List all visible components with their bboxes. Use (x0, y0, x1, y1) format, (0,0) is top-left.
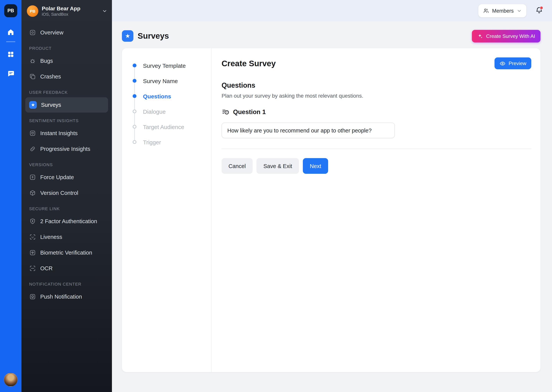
sidebar-item-biometric-verification[interactable]: Biometric Verification (25, 245, 108, 260)
arrow-up-square-icon (29, 174, 36, 181)
surveys-page-icon: ★ (122, 30, 133, 42)
section-label-notification-center: NOTIFICATION CENTER (29, 282, 104, 286)
stepper: Survey Template Survey Name Questions Di… (133, 58, 211, 150)
preview-button[interactable]: Preview (494, 57, 531, 69)
svg-text:?: ? (226, 111, 227, 114)
section-label-versions: VERSIONS (29, 162, 104, 167)
cancel-button[interactable]: Cancel (222, 158, 253, 174)
chat-button[interactable] (4, 68, 17, 79)
members-label: Members (492, 8, 514, 14)
main-content: ★ Surveys Create Survey With AI Survey T… (112, 21, 552, 392)
bell-square-icon (29, 293, 36, 300)
section-label-user-feedback: USER FEEDBACK (29, 90, 104, 95)
app-icon: PB (27, 5, 38, 17)
crashes-icon (29, 73, 36, 80)
question-text-input[interactable] (222, 123, 395, 138)
surveys-star-icon: ★ (29, 101, 37, 109)
topbar: Members (112, 0, 552, 21)
chevron-down-icon (102, 8, 107, 14)
apps-grid-icon (7, 51, 14, 58)
user-avatar[interactable] (4, 373, 18, 387)
section-label-sentiment-insights: SENTIMENT INSIGHTS (29, 118, 104, 123)
form-pane: Create Survey Preview Questions Plan out… (212, 48, 540, 372)
sidebar-item-crashes[interactable]: Crashes (25, 69, 108, 84)
preview-label: Preview (509, 61, 527, 66)
sidebar-item-instant-insights[interactable]: Instant Insights (25, 126, 108, 141)
step-target-audience[interactable]: Target Audience (133, 119, 211, 134)
section-label-product: PRODUCT (29, 46, 104, 50)
save-exit-button[interactable]: Save & Exit (256, 158, 299, 174)
question-row: ? Question 1 (222, 108, 531, 116)
chevron-down-icon (517, 8, 522, 13)
workspace-logo[interactable]: PB (4, 4, 17, 17)
question-list-icon: ? (222, 108, 230, 116)
form-title: Create Survey (222, 59, 276, 68)
link-icon (29, 146, 36, 152)
step-dot-filled (133, 63, 137, 67)
fingerprint-icon (29, 249, 36, 256)
form-actions: Cancel Save & Exit Next (222, 158, 531, 174)
sidebar-nav: Overview PRODUCT Bugs Crashes USER FEEDB… (22, 22, 112, 304)
cube-icon (29, 189, 36, 196)
step-questions[interactable]: Questions (133, 88, 211, 104)
notification-dot (540, 6, 543, 10)
sidebar-item-progressive-insights[interactable]: Progressive Insights (25, 141, 108, 157)
sidebar-item-push-notification[interactable]: Push Notification (25, 289, 108, 304)
step-dot-empty (133, 110, 137, 113)
create-survey-card: Survey Template Survey Name Questions Di… (122, 48, 540, 372)
home-icon (7, 28, 15, 36)
bug-icon (29, 57, 36, 64)
eye-icon (500, 60, 506, 66)
create-survey-ai-button[interactable]: Create Survey With AI (472, 30, 540, 42)
page-header: ★ Surveys Create Survey With AI (122, 28, 540, 44)
step-dot-empty (133, 140, 137, 144)
app-rail: PB (0, 0, 22, 392)
sidebar-item-overview[interactable]: Overview (25, 25, 108, 40)
sidebar-item-bugs[interactable]: Bugs (25, 53, 108, 69)
app-platform: iOS, SandBox (42, 12, 80, 17)
apps-grid-button[interactable] (4, 49, 17, 60)
question-label: Question 1 (233, 108, 266, 116)
face-scan-icon (29, 233, 36, 240)
heart-square-icon (29, 130, 36, 137)
step-dot-active (133, 94, 137, 98)
notifications-button[interactable] (534, 6, 544, 15)
sidebar: PB Polar Bear App iOS, SandBox Overview … (22, 0, 112, 392)
questions-section-title: Questions (222, 82, 531, 90)
sidebar-item-ocr[interactable]: OCR (25, 261, 108, 276)
step-survey-template[interactable]: Survey Template (133, 58, 211, 73)
app-name: Polar Bear App (42, 5, 80, 12)
step-dot-filled (133, 79, 137, 83)
sidebar-item-liveness[interactable]: Liveness (25, 229, 108, 245)
sidebar-item-force-update[interactable]: Force Update (25, 170, 108, 185)
step-survey-name[interactable]: Survey Name (133, 73, 211, 88)
sidebar-item-2fa[interactable]: 2 Factor Authentication (25, 214, 108, 229)
rail-divider (6, 41, 15, 42)
next-button[interactable]: Next (303, 158, 328, 174)
app-switcher[interactable]: PB Polar Bear App iOS, SandBox (22, 0, 112, 22)
page-title: Surveys (138, 31, 169, 41)
form-divider (222, 148, 531, 149)
members-button[interactable]: Members (478, 4, 527, 18)
app-window: PB PB Polar Bear App iOS, SandBox (0, 0, 552, 392)
form-header: Create Survey Preview (222, 57, 531, 69)
shield-lock-icon (29, 218, 36, 225)
sparkle-icon (477, 33, 483, 39)
stepper-pane: Survey Template Survey Name Questions Di… (122, 48, 212, 372)
step-dot-empty (133, 125, 137, 129)
sidebar-item-version-control[interactable]: Version Control (25, 185, 108, 201)
questions-section-description: Plan out your survey by asking the most … (222, 93, 531, 99)
chat-icon (7, 70, 14, 77)
create-survey-ai-label: Create Survey With AI (486, 33, 535, 39)
step-trigger[interactable]: Trigger (133, 134, 211, 150)
section-label-secure-link: SECURE LINK (29, 206, 104, 211)
step-dialogue[interactable]: Dialogue (133, 104, 211, 119)
members-icon (483, 8, 489, 14)
home-button[interactable] (4, 26, 17, 38)
overview-icon (29, 29, 36, 36)
ocr-scan-icon (29, 265, 36, 272)
sidebar-item-surveys[interactable]: ★ Surveys (25, 97, 108, 112)
